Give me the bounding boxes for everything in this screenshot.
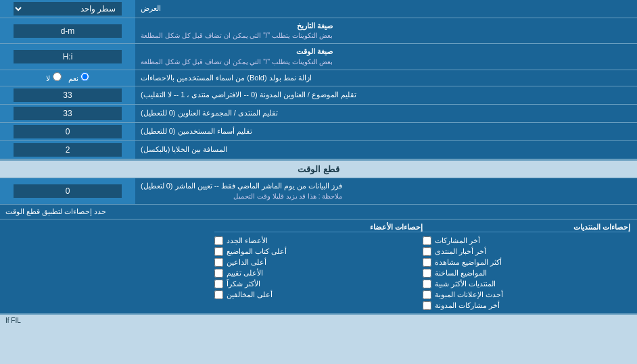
usernames-trim-input[interactable] <box>14 125 122 138</box>
checkbox-top-rated[interactable] <box>214 269 223 278</box>
subject-titles-label: تقليم الموضوع / العناوين المدونة (0 -- ا… <box>135 86 637 104</box>
display-mode-select[interactable]: سطر واحد <box>14 2 122 16</box>
time-cutoff-label: فرز البيانات من يوم الماشر الماضي فقط --… <box>135 178 637 203</box>
bold-remove-row: ازالة نمط بولد (Bold) من اسماء المستخدمي… <box>0 70 637 86</box>
date-format-label: صيغة التاريخ بعض التكوينات يتطلب "/" الت… <box>135 18 637 43</box>
date-format-input[interactable] <box>14 24 122 38</box>
subject-titles-input[interactable] <box>14 88 122 102</box>
stats-col2-header: إحصاءات الأعضاء <box>214 223 422 232</box>
check-hot-topics[interactable]: المواضيع الساخنة <box>423 269 630 278</box>
stats-col1: إحصاءات المنتديات أخر المشاركات أخر أخبا… <box>423 223 630 310</box>
stats-col3-empty <box>7 223 214 310</box>
radio-yes-label[interactable]: نعم <box>68 72 89 83</box>
checkbox-last-posts[interactable] <box>423 236 431 245</box>
check-top-rated[interactable]: الأعلى تقييم <box>214 269 422 278</box>
time-cutoff-input[interactable] <box>14 184 122 198</box>
checkbox-new-members[interactable] <box>214 236 223 245</box>
time-cutoff-row: فرز البيانات من يوم الماشر الماضي فقط --… <box>0 178 637 204</box>
checkbox-top-violators[interactable] <box>214 290 223 299</box>
subject-titles-input-cell <box>0 86 135 104</box>
check-most-viewed[interactable]: أكثر المواضيع مشاهدة <box>423 258 630 267</box>
forum-titles-input-cell <box>0 105 135 122</box>
checkbox-top-inviters[interactable] <box>214 258 223 267</box>
check-latest-classifieds[interactable]: أحدث الإعلانات المبوبة <box>423 290 630 299</box>
stats-checkboxes-area: إحصاءات المنتديات أخر المشاركات أخر أخبا… <box>0 219 637 314</box>
checkbox-most-viewed[interactable] <box>423 258 431 267</box>
check-blog-posts[interactable]: أخر مشاركات المدونة <box>423 301 630 310</box>
forum-titles-row: تقليم المنتدى / المجموعة العناوين (0 للت… <box>0 105 637 123</box>
stats-limit-label: حدد إحصاءات لتطبيق قطع الوقت <box>0 205 637 219</box>
cell-spacing-row: المسافة بين الخلايا (بالبكسل) <box>0 141 637 159</box>
check-most-similar[interactable]: المنتديات الأكثر شبية <box>423 280 630 288</box>
checkbox-top-authors[interactable] <box>214 247 223 256</box>
display-mode-input[interactable]: سطر واحد <box>0 0 135 18</box>
radio-yes[interactable] <box>80 72 89 81</box>
time-section-header: قطع الوقت <box>0 159 637 178</box>
cell-spacing-input[interactable] <box>14 143 122 157</box>
checkbox-most-thanks[interactable] <box>214 280 223 288</box>
checkbox-blog-posts[interactable] <box>423 301 431 310</box>
radio-no-label[interactable]: لا <box>46 72 61 83</box>
display-mode-row: العرض سطر واحد <box>0 0 637 18</box>
usernames-trim-input-cell <box>0 123 135 140</box>
check-top-violators[interactable]: أعلى المخالفين <box>214 290 422 299</box>
display-mode-label: العرض <box>135 0 637 18</box>
forum-titles-label: تقليم المنتدى / المجموعة العناوين (0 للت… <box>135 105 637 122</box>
usernames-trim-label: تقليم أسماء المستخدمين (0 للتعطيل) <box>135 123 637 140</box>
checkbox-forum-news[interactable] <box>423 247 431 256</box>
time-format-input-cell <box>0 44 135 69</box>
usernames-trim-row: تقليم أسماء المستخدمين (0 للتعطيل) <box>0 123 637 141</box>
check-last-posts[interactable]: أخر المشاركات <box>423 236 630 245</box>
time-format-input[interactable] <box>14 50 122 63</box>
check-most-thanks[interactable]: الأكثر شكراً <box>214 280 422 288</box>
date-format-row: صيغة التاريخ بعض التكوينات يتطلب "/" الت… <box>0 18 637 44</box>
radio-no[interactable] <box>53 72 62 81</box>
date-format-input-cell <box>0 18 135 43</box>
forum-titles-input[interactable] <box>14 107 122 120</box>
stats-col1-header: إحصاءات المنتديات <box>423 223 630 232</box>
time-format-row: صيغة الوقت بعض التكوينات يتطلب "/" التي … <box>0 44 637 70</box>
checkbox-hot-topics[interactable] <box>423 269 431 278</box>
stats-col2: إحصاءات الأعضاء الأعضاء الجدد أعلى كتاب … <box>214 223 422 310</box>
bold-remove-radio-cell: نعم لا <box>0 70 135 86</box>
stats-limit-row: حدد إحصاءات لتطبيق قطع الوقت <box>0 205 637 219</box>
cell-spacing-input-cell <box>0 141 135 159</box>
time-cutoff-input-cell <box>0 178 135 203</box>
checkbox-latest-classifieds[interactable] <box>423 290 431 299</box>
bottom-note: If FIL <box>0 314 637 326</box>
check-top-inviters[interactable]: أعلى الداعين <box>214 258 422 267</box>
time-format-label: صيغة الوقت بعض التكوينات يتطلب "/" التي … <box>135 44 637 69</box>
checkbox-most-similar[interactable] <box>423 280 431 288</box>
check-forum-news[interactable]: أخر أخبار المنتدى <box>423 247 630 256</box>
check-new-members[interactable]: الأعضاء الجدد <box>214 236 422 245</box>
cell-spacing-label: المسافة بين الخلايا (بالبكسل) <box>135 141 637 159</box>
subject-titles-row: تقليم الموضوع / العناوين المدونة (0 -- ا… <box>0 86 637 105</box>
check-top-authors[interactable]: أعلى كتاب المواضيع <box>214 247 422 256</box>
bold-remove-label: ازالة نمط بولد (Bold) من اسماء المستخدمي… <box>135 70 637 86</box>
